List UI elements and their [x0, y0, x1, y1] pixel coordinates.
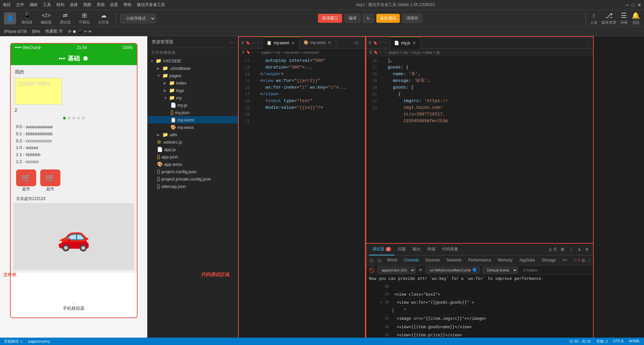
tree-item-logs[interactable]: ▶ 📁 logs: [148, 87, 238, 94]
more2-icon[interactable]: ···: [587, 41, 590, 45]
bookmark-icon[interactable]: 🔖: [246, 41, 250, 45]
console-main-tab-terminal[interactable]: 终端: [424, 244, 439, 255]
avatar[interactable]: 👤: [4, 12, 16, 24]
menu-item-select[interactable]: 选择: [70, 2, 78, 8]
realdevice-button[interactable]: 真机调试: [376, 14, 400, 23]
devtools-editor[interactable]: 26 27 28 29 30 31 32 33 ], goods: {: [366, 56, 593, 243]
sub-tab-network[interactable]: Network: [443, 254, 465, 266]
devtools-sidebar-toggle[interactable]: ⊡: [368, 258, 376, 263]
sidebar2-icon[interactable]: ☰: [368, 41, 372, 45]
back-icon[interactable]: ←: [252, 41, 255, 45]
minimize-button[interactable]: ─: [626, 2, 629, 8]
tree-item-index[interactable]: ▶ 📁 index: [148, 79, 238, 87]
sub-tab-storage[interactable]: Storage: [538, 254, 559, 266]
simulator-button[interactable]: 📱 模拟器: [19, 10, 35, 26]
tree-item-my[interactable]: ▼ 📁 my: [148, 94, 238, 101]
code-area[interactable]: autoplay interval="500" duration="300">.…: [252, 56, 365, 344]
tree-item-mywxml[interactable]: 📋 my.wxml: [148, 116, 238, 124]
menu-item-file[interactable]: 文件: [16, 2, 24, 8]
filetree-menu-icon[interactable]: ···: [230, 40, 234, 45]
tab-myjs[interactable]: 📄 my.js ✕: [390, 37, 421, 49]
more-icon[interactable]: ···: [359, 41, 362, 45]
url-filter[interactable]: -url:WAServiceMainConte 🔵: [426, 267, 480, 273]
menu-item-view[interactable]: 视图: [83, 2, 91, 8]
sub-tab-appdata[interactable]: AppData: [516, 254, 538, 266]
back2-icon[interactable]: ←: [379, 41, 383, 45]
tree-item-projectprivate[interactable]: {} project.private.config.json: [148, 175, 238, 183]
tree-item-appwxss[interactable]: 🎨 app.wxss: [148, 160, 238, 168]
debugger-button[interactable]: ⇌ 调试器: [57, 10, 73, 26]
level-selector[interactable]: Default levels: [483, 267, 518, 274]
sub-tab-performance[interactable]: Performance: [465, 254, 495, 266]
clearcache-button[interactable]: 清缓存: [402, 14, 422, 23]
forward-icon[interactable]: →: [257, 41, 260, 45]
detail-tool[interactable]: ☰ 详情: [620, 11, 628, 25]
collapse-icon[interactable]: ∧: [576, 246, 582, 253]
tree-item-myjs[interactable]: 📄 my.js: [148, 101, 238, 109]
console-main-tab-quality[interactable]: 代码质量: [439, 244, 462, 255]
upload-tool[interactable]: ↑ 上传: [590, 12, 597, 25]
tree-item-appjson[interactable]: {} app.json: [148, 153, 238, 160]
menu-item-settings[interactable]: 设置: [110, 2, 118, 8]
tree-root[interactable]: ▼ 📁 VXCODE: [148, 57, 238, 64]
tab-mywxss-close[interactable]: ✕: [328, 40, 332, 45]
menu-item-interface[interactable]: 界面: [97, 2, 105, 8]
tree-item-utils[interactable]: ▶ 📁 utils: [148, 131, 238, 138]
sub-tab-console[interactable]: Console: [400, 254, 422, 266]
ellipsis2-icon[interactable]: ⋮: [587, 258, 592, 263]
menu-item-help[interactable]: 帮助: [123, 2, 131, 8]
sub-tab-sources[interactable]: Sources: [422, 254, 443, 266]
js-code-area[interactable]: ], goods: { name: '车', messge: '好车', goo…: [380, 56, 593, 243]
tab-myjs-close[interactable]: ✕: [412, 40, 416, 46]
message-tool[interactable]: 🔔 消息: [632, 11, 640, 25]
settings-icon[interactable]: ⚙: [559, 246, 566, 253]
compile-button[interactable]: 编译: [345, 14, 360, 23]
refresh-button[interactable]: ↻: [363, 14, 374, 23]
close-button[interactable]: ✕: [637, 2, 641, 8]
sub-tab-more[interactable]: >>: [559, 254, 571, 266]
console-main-tab-issues[interactable]: 问题: [394, 244, 409, 255]
console-output[interactable]: Now you can provide attr `wx:key` for a …: [366, 275, 593, 344]
sub-tab-wxml[interactable]: Wxml: [384, 254, 400, 266]
visual-button[interactable]: ⊞ 可视化: [76, 10, 93, 26]
settings2-icon[interactable]: ⚙: [581, 258, 586, 263]
eye-icon[interactable]: 👁: [418, 267, 423, 273]
console-main-tab-debugger[interactable]: 调试器 5: [369, 244, 394, 255]
tree-item-myjson[interactable]: {} my.json: [148, 109, 238, 116]
tab-mywxml[interactable]: 📋 my.wxml ✕: [263, 37, 300, 49]
tree-item-mywxss[interactable]: 🎨 my.wxss: [148, 124, 238, 131]
menu-item-project[interactable]: 项目: [3, 2, 11, 8]
menu-item-edit[interactable]: 编辑: [30, 2, 38, 8]
tab-mywxml-close[interactable]: ✕: [291, 40, 295, 46]
hotreload-toggle[interactable]: 热重载 开: [45, 29, 62, 34]
tree-item-projectconfig[interactable]: {} project.config.json: [148, 168, 238, 175]
clear-console-icon[interactable]: 🚫: [369, 267, 375, 273]
menu-item-wechat-tools[interactable]: 微信开发者工具: [137, 2, 165, 8]
maximize-button[interactable]: □: [632, 2, 635, 8]
menu-item-tools[interactable]: 工具: [43, 2, 51, 8]
mode-select[interactable]: 小程序模式: [120, 14, 156, 23]
sidebar-icon[interactable]: ☰: [241, 41, 244, 45]
highlight-button[interactable]: 高清窗口: [318, 14, 342, 23]
editor-button[interactable]: </> 编辑器: [38, 11, 54, 26]
editor-content[interactable]: 13 14 14 15 16 17 18 19 20 21 autoplay i…: [239, 56, 365, 344]
split-icon[interactable]: ⊡: [355, 41, 358, 45]
version-tool[interactable]: ⎇ 版本管理: [601, 11, 616, 25]
zoom-selector[interactable]: 85%: [32, 29, 40, 34]
cloud-button[interactable]: ☁ 云开发: [95, 10, 112, 26]
tree-item-pages[interactable]: ▼ 📁 pages: [148, 72, 238, 79]
sub-tab-memory[interactable]: Memory: [495, 254, 516, 266]
device-selector[interactable]: iPhone 6/7/8: [4, 29, 26, 34]
close2-icon[interactable]: ✕: [584, 246, 590, 253]
devtools-dot-btn[interactable]: ⊙: [376, 258, 384, 263]
ellipsis-icon[interactable]: ⋮: [568, 246, 575, 253]
menu-item-goto[interactable]: 转到: [56, 2, 64, 8]
console-main-tab-output[interactable]: 输出: [409, 244, 424, 255]
tree-item-sitemap[interactable]: {} sitemap.json: [148, 183, 238, 190]
tree-item-appjs[interactable]: 📄 app.js: [148, 146, 238, 153]
forward2-icon[interactable]: →: [384, 41, 388, 45]
tree-item-cloudbase[interactable]: ▶ 📁 .cloudbase: [148, 64, 238, 72]
context-selector[interactable]: appservice (#1): [377, 267, 416, 274]
tree-item-eslintrc[interactable]: ⚙ .eslintrc.js: [148, 138, 238, 146]
bookmark2-icon[interactable]: 🔖: [373, 41, 378, 45]
